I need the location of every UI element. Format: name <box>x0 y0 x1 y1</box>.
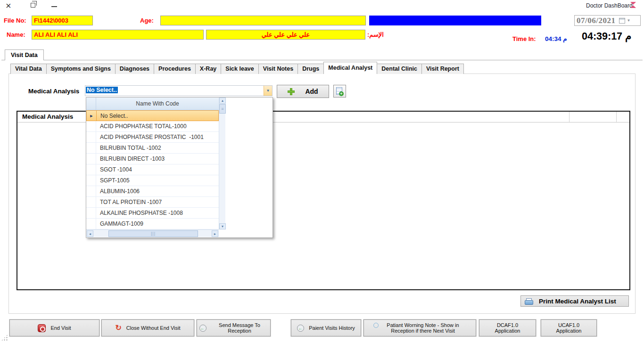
dropdown-row[interactable]: ACID PHOPHATASE PROSTATIC -1001 <box>86 132 219 143</box>
age-label: Age: <box>140 17 154 24</box>
send-message-to-reception-button[interactable]: ←Send Message To Reception <box>197 319 271 336</box>
dropdown-row[interactable]: SGOT -1004 <box>86 164 219 175</box>
footer-button-label: Patiant Worning Note - Show in Reception… <box>380 322 467 334</box>
scroll-down-icon[interactable]: ▼ <box>219 223 226 229</box>
row-selector-cell <box>86 121 96 131</box>
scroll-up-icon[interactable]: ▲ <box>219 98 226 104</box>
dropdown-row[interactable]: ►No Select.. <box>86 110 219 121</box>
analysis-dropdown-list: ►No Select..ACID PHOPHATASE TOTAL-1000AC… <box>86 110 219 229</box>
dropdown-item-label: No Select.. <box>97 111 218 121</box>
tab-drugs[interactable]: Drugs <box>297 64 324 74</box>
footer-button-label: End Visit <box>50 325 71 331</box>
dropdown-row[interactable]: BILRUBIN DIRECT -1003 <box>86 154 219 164</box>
scroll-left-icon[interactable]: ◄ <box>87 230 93 237</box>
close-icon[interactable]: × <box>6 1 11 10</box>
time-in-label: Time In: <box>512 35 536 42</box>
inner-tabs: Vital DataSymptoms and SignsDiagnosesPro… <box>10 62 463 74</box>
paient-visits-history-button[interactable]: ←Paient Visits History <box>291 319 361 336</box>
tab-x-ray[interactable]: X-Ray <box>195 64 221 74</box>
footer-button-label: Paient Visits History <box>309 325 355 331</box>
tab-visit-notes[interactable]: Visit Notes <box>258 64 298 74</box>
dropdown-item-label: ALBUMIN-1006 <box>96 186 219 196</box>
print-medical-analyst-list-button[interactable]: Print Medical Analyst List <box>520 295 629 307</box>
tab-procedures[interactable]: Procedures <box>154 64 196 74</box>
row-selector-cell <box>86 219 96 229</box>
grid-header-col3 <box>616 112 629 122</box>
tab-symptoms-and-signs[interactable]: Symptoms and Signs <box>46 64 116 74</box>
date-dropdown-arrow-icon[interactable]: ▼ <box>627 18 630 23</box>
dropdown-item-label: SGPT-1005 <box>96 175 219 186</box>
name-label: Name: <box>7 31 25 38</box>
dropdown-selector-header <box>86 98 96 110</box>
medical-analysis-label: Medical Analysis <box>28 88 79 95</box>
row-selector-cell <box>86 197 96 207</box>
dropdown-row[interactable]: ACID PHOPHATASE TOTAL-1000 <box>86 121 219 132</box>
app-title: Doctor DashBoard <box>586 2 633 9</box>
dropdown-item-label: SGOT -1004 <box>96 164 219 175</box>
row-selector-cell <box>86 143 96 153</box>
age-field[interactable] <box>160 16 366 25</box>
blue-field[interactable] <box>369 16 541 25</box>
footer-button-label: UCAF1.0 Application <box>547 322 590 334</box>
tab-diagnoses[interactable]: Diagnoses <box>115 64 154 74</box>
vertical-scroll-thumb[interactable]: ≡ <box>219 104 226 114</box>
tab-divider <box>1 60 643 60</box>
vertical-scrollbar[interactable]: ▲ ≡ ▼ <box>219 98 225 229</box>
minimize-icon[interactable] <box>51 6 57 7</box>
date-picker[interactable]: 07/06/2021 ▼ <box>574 15 641 26</box>
row-selector-cell <box>86 175 96 186</box>
add-to-list-button[interactable] <box>333 85 346 98</box>
row-selector-cell <box>86 208 96 218</box>
analysis-dropdown-popup: Name With Code ►No Select..ACID PHOPHATA… <box>86 97 273 238</box>
date-value: 07/06/2021 <box>575 16 615 25</box>
tab-visit-data[interactable]: Visit Data <box>5 49 44 60</box>
hourglass-icon <box>630 2 636 8</box>
row-selector-cell <box>86 154 96 164</box>
horizontal-scroll-thumb[interactable]: ||| <box>108 230 198 237</box>
horizontal-scrollbar[interactable]: ◄ ||| ► <box>86 229 219 237</box>
dropdown-header-row: Name With Code <box>86 98 219 110</box>
end-visit-button[interactable]: End Visit <box>9 319 99 336</box>
dropdown-item-label: BILRUBIN TOTAL -1002 <box>96 143 219 153</box>
ucaf1-0-application-button[interactable]: UCAF1.0 Application <box>541 319 597 336</box>
info-icon <box>373 323 379 328</box>
tab-visit-report[interactable]: Visit Report <box>421 64 464 74</box>
time-in-value: 04:34 م <box>545 35 567 42</box>
patiant-worning-note-show-in-reception-if-there-next-visit-button[interactable]: Patiant Worning Note - Show in Reception… <box>363 319 476 336</box>
dropdown-header-label: Name With Code <box>96 98 219 110</box>
footer-button-label: Send Message To Reception <box>211 322 268 334</box>
dcaf1-0-application-button[interactable]: DCAF1.0 Application <box>479 319 536 336</box>
dropdown-row[interactable]: ALKALINE PHOSPHATSE -1008 <box>86 208 219 219</box>
name-field[interactable]: ALI ALI ALI ALI <box>32 30 204 40</box>
dropdown-item-label: GAMMAGT-1009 <box>96 219 219 229</box>
restore-icon[interactable] <box>31 3 35 8</box>
tab-medical-analyst[interactable]: Medical Analyst <box>323 62 377 74</box>
tab-dental-clinic[interactable]: Dental Clinic <box>377 64 422 74</box>
dropdown-row[interactable]: ALBUMIN-1006 <box>86 186 219 197</box>
file-no-field[interactable]: F\1442\0003 <box>32 16 93 25</box>
combobox-dropdown-button[interactable]: ▼ <box>264 86 272 96</box>
green-arrow-icon: ← <box>199 325 206 332</box>
tab-sick-leave[interactable]: Sick leave <box>221 64 258 74</box>
clock: 04:39:17 م <box>582 30 631 42</box>
footer-button-label: DCAF1.0 Application <box>486 322 529 334</box>
dropdown-row[interactable]: TOT AL PROTEIN -1007 <box>86 197 219 208</box>
dropdown-row[interactable]: GAMMAGT-1009 <box>86 219 219 229</box>
add-button[interactable]: Add <box>277 85 329 98</box>
tab-vital-data[interactable]: Vital Data <box>10 64 47 74</box>
green-arrow-icon: ← <box>297 325 304 332</box>
grid-header-col2 <box>569 112 616 122</box>
add-button-label: Add <box>305 88 318 95</box>
scroll-right-icon[interactable]: ► <box>212 230 218 237</box>
dropdown-row[interactable]: SGPT-1005 <box>86 175 219 186</box>
row-selector-cell <box>86 186 96 196</box>
close-without-end-visit-button[interactable]: ↻Close Without End Visit <box>101 319 194 336</box>
dropdown-item-label: TOT AL PROTEIN -1007 <box>96 197 219 207</box>
dropdown-row[interactable]: BILRUBIN TOTAL -1002 <box>86 143 219 154</box>
file-no-label: File No: <box>4 17 26 24</box>
arabic-name-field[interactable]: علي علي علي علي <box>206 30 365 40</box>
dropdown-grid: Name With Code ►No Select..ACID PHOPHATA… <box>86 98 225 237</box>
row-selector-cell <box>86 164 96 175</box>
print-button-label: Print Medical Analyst List <box>539 298 616 305</box>
analysis-combobox[interactable]: No Select.. ▼ <box>85 85 272 96</box>
